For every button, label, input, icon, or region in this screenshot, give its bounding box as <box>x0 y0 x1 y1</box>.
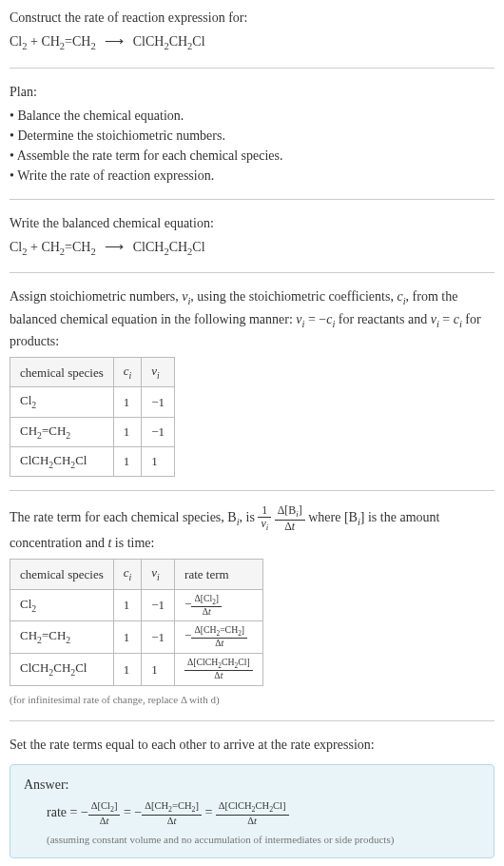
plan-item: Write the rate of reaction expression. <box>10 166 494 186</box>
intro-prompt: Construct the rate of reaction expressio… <box>10 8 494 28</box>
table-row: Cl2 1 −1 <box>10 387 175 417</box>
stoich-text: Assign stoichiometric numbers, νi, using… <box>10 286 494 351</box>
table-header: ci <box>113 560 142 589</box>
rateterm-cell: − Δ[CH2=CH2] Δt <box>175 621 263 654</box>
intro-section: Construct the rate of reaction expressio… <box>10 8 494 54</box>
answer-box: Answer: rate = − Δ[Cl2] Δt = − Δ[CH2=CH2… <box>10 764 494 858</box>
balanced-heading: Write the balanced chemical equation: <box>10 213 494 233</box>
answer-note: (assuming constant volume and no accumul… <box>24 832 480 848</box>
intro-equation: Cl2 + CH2=CH2 ⟶ ClCH2CH2Cl <box>10 31 494 54</box>
species-cell: ClCH2CH2Cl <box>10 446 114 476</box>
c-cell: 1 <box>113 653 142 685</box>
stoich-table: chemical species ci νi Cl2 1 −1 CH2=CH2 … <box>10 357 175 477</box>
c-cell: 1 <box>113 589 142 621</box>
rateterm-note: (for infinitesimal rate of change, repla… <box>10 692 494 708</box>
rateterm-cell: Δ[ClCH2CH2Cl] Δt <box>175 653 263 685</box>
balanced-section: Write the balanced chemical equation: Cl… <box>10 213 494 260</box>
species-cell: Cl2 <box>10 589 114 621</box>
table-header-row: chemical species ci νi <box>10 358 175 387</box>
nu-cell: −1 <box>142 417 175 446</box>
nu-cell: −1 <box>142 621 175 654</box>
divider <box>10 490 494 491</box>
reaction-arrow-icon: ⟶ <box>105 237 124 257</box>
table-row: CH2=CH2 1 −1 − Δ[CH2=CH2] Δt <box>10 621 263 654</box>
fraction: Δ[ClCH2CH2Cl] Δt <box>216 800 289 826</box>
rate-expression: rate = − Δ[Cl2] Δt = − Δ[CH2=CH2] Δt = Δ… <box>24 800 480 826</box>
fraction: Δ[Cl2] Δt <box>191 594 222 618</box>
divider <box>10 68 494 69</box>
species-cell: CH2=CH2 <box>10 417 114 446</box>
fraction: Δ[CH2=CH2] Δt <box>142 800 202 826</box>
table-row: Cl2 1 −1 − Δ[Cl2] Δt <box>10 589 263 621</box>
fraction: Δ[Cl2] Δt <box>88 800 121 826</box>
species-cell: ClCH2CH2Cl <box>10 653 114 685</box>
nu-cell: −1 <box>142 387 175 417</box>
table-header: νi <box>142 358 175 387</box>
table-header: chemical species <box>10 358 114 387</box>
table-header: νi <box>142 560 175 589</box>
table-header: rate term <box>175 560 263 589</box>
nu-cell: 1 <box>142 653 175 685</box>
rateterm-text: The rate term for each chemical species,… <box>10 504 494 553</box>
rateterm-table: chemical species ci νi rate term Cl2 1 −… <box>10 559 263 685</box>
table-row: CH2=CH2 1 −1 <box>10 417 175 446</box>
balanced-equation: Cl2 + CH2=CH2 ⟶ ClCH2CH2Cl <box>10 237 494 260</box>
rateterm-section: The rate term for each chemical species,… <box>10 504 494 707</box>
fraction: 1 νi <box>258 504 271 533</box>
nu-cell: −1 <box>142 589 175 621</box>
fraction: Δ[Bi] Δt <box>275 504 305 533</box>
c-cell: 1 <box>113 621 142 654</box>
c-cell: 1 <box>113 387 142 417</box>
divider <box>10 272 494 273</box>
nu-cell: 1 <box>142 446 175 476</box>
c-cell: 1 <box>113 417 142 446</box>
table-header-row: chemical species ci νi rate term <box>10 560 263 589</box>
reaction-arrow-icon: ⟶ <box>105 31 124 51</box>
table-row: ClCH2CH2Cl 1 1 <box>10 446 175 476</box>
plan-heading: Plan: <box>10 82 494 102</box>
table-header: chemical species <box>10 560 114 589</box>
divider <box>10 720 494 721</box>
plan-item: Assemble the rate term for each chemical… <box>10 146 494 166</box>
plan-section: Plan: Balance the chemical equation. Det… <box>10 82 494 186</box>
c-cell: 1 <box>113 446 142 476</box>
table-header: ci <box>113 358 142 387</box>
species-cell: CH2=CH2 <box>10 621 114 654</box>
table-row: ClCH2CH2Cl 1 1 Δ[ClCH2CH2Cl] Δt <box>10 653 263 685</box>
plan-list: Balance the chemical equation. Determine… <box>10 106 494 186</box>
species-cell: Cl2 <box>10 387 114 417</box>
rateterm-cell: − Δ[Cl2] Δt <box>175 589 263 621</box>
final-heading: Set the rate terms equal to each other t… <box>10 735 494 755</box>
plan-item: Determine the stoichiometric numbers. <box>10 126 494 146</box>
stoich-section: Assign stoichiometric numbers, νi, using… <box>10 286 494 477</box>
answer-label: Answer: <box>24 775 480 795</box>
plan-item: Balance the chemical equation. <box>10 106 494 126</box>
divider <box>10 199 494 200</box>
fraction: Δ[CH2=CH2] Δt <box>191 625 247 649</box>
fraction: Δ[ClCH2CH2Cl] Δt <box>184 658 253 681</box>
final-section: Set the rate terms equal to each other t… <box>10 735 494 858</box>
